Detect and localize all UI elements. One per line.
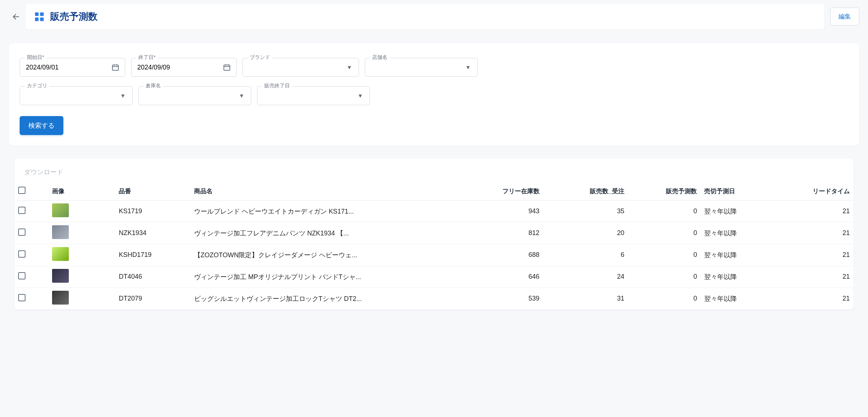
back-button[interactable]	[9, 9, 23, 24]
end-date-input[interactable]	[137, 63, 222, 72]
brand-label: ブランド	[248, 54, 272, 61]
category-field: カテゴリ ▾	[20, 86, 133, 105]
cell-sellout-date: 翌々年以降	[701, 266, 779, 288]
cell-sold-orders: 20	[543, 222, 628, 244]
cell-lead-time: 21	[780, 288, 853, 310]
cell-sellout-date: 翌々年以降	[701, 244, 779, 266]
cell-sellout-date: 翌々年以降	[701, 222, 779, 244]
product-thumbnail[interactable]	[52, 247, 69, 261]
filter-card: 開始日* 終了日* ブランド	[9, 43, 859, 146]
sale-end-value[interactable]	[263, 92, 356, 100]
row-checkbox[interactable]	[18, 250, 25, 258]
cell-sku: DT4046	[115, 266, 190, 288]
cell-forecast: 0	[628, 222, 701, 244]
edit-button[interactable]: 編集	[830, 8, 859, 25]
product-thumbnail[interactable]	[52, 203, 69, 217]
end-date-label: 終了日*	[136, 54, 158, 61]
cell-lead-time: 21	[780, 222, 853, 244]
svg-rect-1	[113, 65, 119, 71]
table-row[interactable]: KS1719ウールブレンド ヘビーウエイトカーディガン KS171...9433…	[15, 200, 853, 222]
cell-sold-orders: 24	[543, 266, 628, 288]
col-image: 画像	[48, 182, 115, 200]
store-field: 店舗名 ▾	[365, 58, 478, 77]
start-date-label: 開始日*	[25, 54, 46, 61]
cell-sellout-date: 翌々年以降	[701, 200, 779, 222]
calendar-icon[interactable]	[111, 63, 120, 72]
row-checkbox[interactable]	[18, 229, 25, 236]
calendar-icon[interactable]	[222, 63, 231, 72]
cell-sku: NZK1934	[115, 222, 190, 244]
brand-field: ブランド ▾	[242, 58, 359, 77]
cell-free-stock: 688	[469, 244, 543, 266]
chevron-down-icon: ▾	[356, 91, 364, 100]
category-value[interactable]	[25, 92, 118, 100]
cell-name: 【ZOZOTOWN限定】クレイジーダメージ ヘビーウェ...	[190, 244, 469, 266]
table-header-row: 画像 品番 商品名 フリー在庫数 販売数_受注 販売予測数 売切予測日 リードタ…	[15, 182, 853, 200]
end-date-field: 終了日*	[131, 58, 237, 77]
select-all-checkbox[interactable]	[18, 187, 25, 194]
col-sellout-date: 売切予測日	[701, 182, 779, 200]
start-date-field: 開始日*	[20, 58, 125, 77]
cell-free-stock: 646	[469, 266, 543, 288]
chevron-down-icon: ▾	[118, 91, 127, 100]
cell-sku: DT2079	[115, 288, 190, 310]
cell-sku: KS1719	[115, 200, 190, 222]
row-checkbox[interactable]	[18, 272, 25, 279]
table-row[interactable]: DT4046ヴィンテージ加工 MPオリジナルプリント バンドTシャ...6462…	[15, 266, 853, 288]
page-title: 販売予測数	[50, 10, 98, 23]
results-table: 画像 品番 商品名 フリー在庫数 販売数_受注 販売予測数 売切予測日 リードタ…	[15, 182, 853, 310]
start-date-input[interactable]	[25, 63, 111, 72]
col-sold-orders: 販売数_受注	[543, 182, 628, 200]
warehouse-field: 倉庫名 ▾	[138, 86, 251, 105]
col-name: 商品名	[190, 182, 469, 200]
category-label: カテゴリ	[25, 83, 50, 89]
col-forecast: 販売予測数	[628, 182, 701, 200]
cell-lead-time: 21	[780, 244, 853, 266]
chevron-down-icon: ▾	[345, 63, 354, 72]
product-thumbnail[interactable]	[52, 291, 69, 305]
brand-value[interactable]	[248, 63, 345, 72]
svg-rect-5	[224, 65, 230, 71]
store-value[interactable]	[370, 63, 463, 72]
arrow-left-icon	[12, 13, 20, 21]
cell-name: ヴィンテージ加工フレアデニムパンツ NZK1934 【...	[190, 222, 469, 244]
table-row[interactable]: NZK1934ヴィンテージ加工フレアデニムパンツ NZK1934 【...812…	[15, 222, 853, 244]
title-card: 販売予測数	[25, 4, 824, 29]
sale-end-label: 販売終了日	[262, 83, 292, 89]
warehouse-value[interactable]	[144, 92, 237, 100]
product-thumbnail[interactable]	[52, 269, 69, 283]
cell-sku: KSHD1719	[115, 244, 190, 266]
sale-end-field: 販売終了日 ▾	[257, 86, 370, 105]
cell-free-stock: 539	[469, 288, 543, 310]
cell-forecast: 0	[628, 244, 701, 266]
store-label: 店舗名	[370, 54, 390, 61]
col-sku: 品番	[115, 182, 190, 200]
cell-free-stock: 943	[469, 200, 543, 222]
cell-name: ウールブレンド ヘビーウエイトカーディガン KS171...	[190, 200, 469, 222]
download-link[interactable]: ダウンロード	[15, 166, 73, 182]
cell-name: ビッグシルエットヴィンテージ加工ロックTシャツ DT2...	[190, 288, 469, 310]
cell-forecast: 0	[628, 288, 701, 310]
cell-forecast: 0	[628, 200, 701, 222]
cell-lead-time: 21	[780, 266, 853, 288]
cell-sold-orders: 31	[543, 288, 628, 310]
cell-sellout-date: 翌々年以降	[701, 288, 779, 310]
table-row[interactable]: DT2079ビッグシルエットヴィンテージ加工ロックTシャツ DT2...5393…	[15, 288, 853, 310]
chevron-down-icon: ▾	[463, 63, 472, 72]
search-button[interactable]: 検索する	[20, 116, 63, 135]
cell-sold-orders: 35	[543, 200, 628, 222]
cell-name: ヴィンテージ加工 MPオリジナルプリント バンドTシャ...	[190, 266, 469, 288]
cell-lead-time: 21	[780, 200, 853, 222]
cell-free-stock: 812	[469, 222, 543, 244]
col-lead-time: リードタイム	[780, 182, 853, 200]
cell-forecast: 0	[628, 266, 701, 288]
row-checkbox[interactable]	[18, 207, 25, 214]
warehouse-label: 倉庫名	[143, 83, 163, 89]
product-thumbnail[interactable]	[52, 225, 69, 239]
chevron-down-icon: ▾	[237, 91, 246, 100]
table-row[interactable]: KSHD1719【ZOZOTOWN限定】クレイジーダメージ ヘビーウェ...68…	[15, 244, 853, 266]
row-checkbox[interactable]	[18, 294, 25, 301]
modules-icon	[35, 12, 44, 21]
col-free-stock: フリー在庫数	[469, 182, 543, 200]
results-card: ダウンロード 画像 品番 商品名 フリー在庫数 販売数_受注 販売予測数 売切予…	[15, 158, 853, 310]
